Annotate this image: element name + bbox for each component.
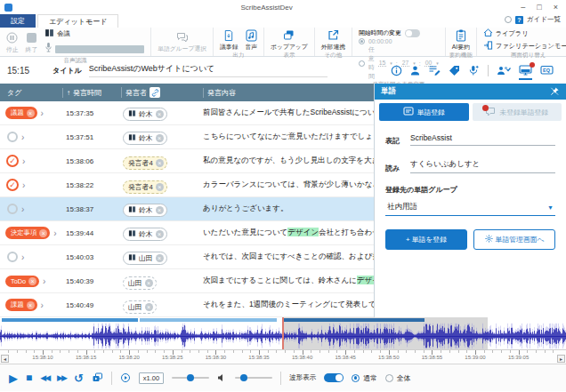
maximize-button[interactable]: □ (537, 3, 541, 12)
remove-speaker-icon[interactable]: × (145, 279, 153, 287)
remove-tag-icon[interactable]: × (27, 109, 35, 117)
chevron-right-icon[interactable]: › (22, 156, 25, 166)
word-panel-icon[interactable] (519, 65, 532, 76)
utterance-text[interactable]: それでは、次回までにすべきことの確認、および担当者を決めたいと思います。 (203, 252, 374, 262)
popup-button[interactable]: ポップアップ (267, 28, 311, 52)
external-link-button[interactable]: 外部連携 (318, 28, 349, 52)
info-icon[interactable] (391, 65, 402, 76)
library-button[interactable]: ライブラリ (483, 28, 529, 39)
feedback-icon[interactable] (505, 16, 512, 23)
speaker-pill[interactable]: 鈴木× (123, 228, 167, 241)
close-button[interactable]: × (554, 3, 558, 12)
word-group-select[interactable]: 社内用語 ▼ (385, 200, 555, 216)
tab-edit-mode[interactable]: エディットモード (37, 14, 118, 28)
tag-badge[interactable]: 決定事項× (5, 227, 50, 239)
tag-check-circle[interactable]: ✓ (6, 179, 19, 191)
speaker-pill[interactable]: 発言者4× (123, 180, 167, 194)
utterance-text[interactable]: 次回までにすることに関しては、鈴木さんにデザインのブラッシュアップを行っていた (203, 276, 374, 286)
mic-add-icon[interactable] (468, 65, 480, 76)
link-icon[interactable] (150, 87, 160, 98)
playhead[interactable] (282, 317, 284, 349)
chevron-right-icon[interactable]: › (21, 252, 24, 262)
speaker-pill[interactable]: 発言者4× (123, 156, 167, 170)
register-word-button[interactable]: + 単語を登録 (385, 229, 467, 250)
playback-speed-value[interactable]: x1.00 (139, 372, 164, 384)
eq-search-icon[interactable]: EQ (540, 65, 554, 76)
speaker-manage-icon[interactable] (410, 65, 420, 76)
utterance-text[interactable]: こちらについてなにかご意見いただけますでしょうか。 (203, 132, 374, 142)
audio-export-button[interactable]: 音声 (241, 28, 261, 52)
table-row[interactable]: ✓› 15:38:22 発言者4× カラーバランスについては、背景が少し薄いかな… (0, 173, 374, 197)
facilitation-mode-button[interactable]: ファシリテーションモード (483, 41, 566, 52)
volume-slider[interactable] (235, 377, 272, 379)
tag-icon[interactable] (449, 65, 460, 76)
start-time-toggle[interactable] (405, 29, 420, 37)
tag-empty-circle[interactable] (7, 132, 18, 142)
segment[interactable] (283, 318, 424, 322)
tag-badge[interactable]: 課題× (5, 299, 37, 311)
tag-badge[interactable]: ToDo× (5, 276, 39, 287)
tab-unregistered-words[interactable]: 未登録単語登録 (473, 103, 562, 121)
table-row[interactable]: ToDo× › 15:40:39 山田× 次回までにすることに関しては、鈴木さん… (0, 269, 374, 293)
col-speaker[interactable]: 発言者 (121, 87, 203, 98)
tag-empty-circle[interactable] (7, 252, 18, 262)
meeting-title-input[interactable]: ScribeAssistのWebサイトについて (89, 63, 327, 77)
table-row-selected[interactable]: › 15:38:37 鈴木× ありがとうございます。 (0, 197, 374, 221)
chevron-right-icon[interactable]: › (41, 300, 44, 310)
mode-all-radio[interactable] (385, 374, 393, 382)
rewind-button[interactable]: ◀◀ (40, 374, 49, 382)
table-row[interactable]: › 15:40:03 山田× それでは、次回までにすべきことの確認、および担当者… (0, 245, 374, 269)
table-row[interactable]: 決定事項× › 15:39:44 鈴木× いただいた意見についてデザイン会社と打… (0, 221, 374, 245)
utterance-text[interactable]: カラーバランスについては、背景が少し薄いかなと思いますので、少し濃くしていただ (203, 180, 374, 190)
segment[interactable] (2, 318, 138, 322)
stop-button[interactable]: 停止 (3, 31, 22, 54)
speaker-pill[interactable]: 鈴木× (123, 108, 167, 121)
yomi-input[interactable]: すくらいぶあしすと (410, 157, 555, 173)
help-icon[interactable]: ? (515, 16, 523, 24)
remove-speaker-icon[interactable]: × (156, 254, 164, 262)
speaker-pill[interactable]: 山田× (123, 252, 167, 265)
speaker-pill[interactable]: 鈴木× (123, 132, 167, 145)
utterance-text[interactable]: 私の意見なのですが、もう少し見出しの文字を大きくしてもらえると、区別がつきや (203, 156, 374, 166)
table-row[interactable]: ✓› 15:38:06 発言者4× 私の意見なのですが、もう少し見出しの文字を大… (0, 149, 374, 173)
end-button[interactable]: 終了 (22, 31, 42, 54)
tag-empty-circle[interactable] (7, 204, 18, 214)
timeline-ruler[interactable]: ◂ ▸ 15:38:1015:38:1515:38:2015:38:2515:3… (0, 349, 566, 364)
speaker-pill[interactable]: 山田× (123, 276, 157, 290)
chevron-right-icon[interactable]: › (41, 108, 44, 118)
remove-speaker-icon[interactable]: × (145, 303, 153, 311)
utterance-text[interactable]: それをまた、1週間後のミーティングにて発表していただき、最終確認を行いたいと思 (203, 300, 374, 310)
remove-speaker-icon[interactable]: × (156, 159, 164, 167)
chevron-right-icon[interactable]: › (21, 132, 24, 142)
play-button[interactable]: ▶ (9, 372, 18, 384)
continuous-play-button[interactable] (92, 372, 103, 383)
timeline-scroll-left[interactable]: ◂ (1, 355, 9, 363)
timeline-scroll-right[interactable]: ▸ (557, 355, 565, 363)
col-time[interactable]: ↑ 発言時間 (62, 88, 121, 98)
sort-asc-icon[interactable]: ↑ (67, 89, 70, 97)
table-row[interactable]: 課題× › 15:40:49 山田× それをまた、1週間後のミーティングにて発表… (0, 293, 374, 317)
speaker-check-icon[interactable] (497, 65, 511, 76)
remove-tag-icon[interactable]: × (28, 277, 36, 285)
replay-button[interactable]: ↺ (74, 372, 84, 384)
word-group-select-button[interactable]: 単語グループ選択 (154, 30, 210, 53)
col-tag[interactable]: タグ (7, 88, 21, 98)
speaker-pill[interactable]: 鈴木× (123, 204, 167, 217)
mode-normal-radio[interactable] (352, 374, 360, 382)
tag-badge[interactable]: 議題× (5, 107, 37, 119)
remove-speaker-icon[interactable]: × (156, 230, 164, 238)
word-manage-button[interactable]: 単語管理画面へ (473, 229, 555, 250)
chevron-right-icon[interactable]: › (22, 180, 25, 190)
table-row[interactable]: 議題× › 15:37:35 鈴木× 前回皆さんにメールで共有したScribeA… (0, 101, 374, 125)
hyouki-input[interactable]: ScribeAssist (410, 132, 555, 146)
comment-edit-icon[interactable] (428, 65, 441, 76)
slider-knob[interactable] (240, 374, 247, 381)
segment[interactable] (140, 318, 277, 322)
remove-speaker-icon[interactable]: × (156, 183, 164, 191)
chevron-right-icon[interactable]: › (21, 204, 24, 214)
utterance-text[interactable]: 前回皆さんにメールで共有したScribeAssistについてのホームページのデザ… (203, 108, 374, 118)
utterance-text[interactable]: いただいた意見についてデザイン会社と打ち合わせを設けて、またブラッシュアップし (203, 228, 374, 238)
remove-tag-icon[interactable]: × (39, 229, 47, 237)
fast-forward-button[interactable]: ▶▶ (57, 374, 66, 382)
table-row[interactable]: › 15:37:51 鈴木× こちらについてなにかご意見いただけますでしょうか。 (0, 125, 374, 149)
